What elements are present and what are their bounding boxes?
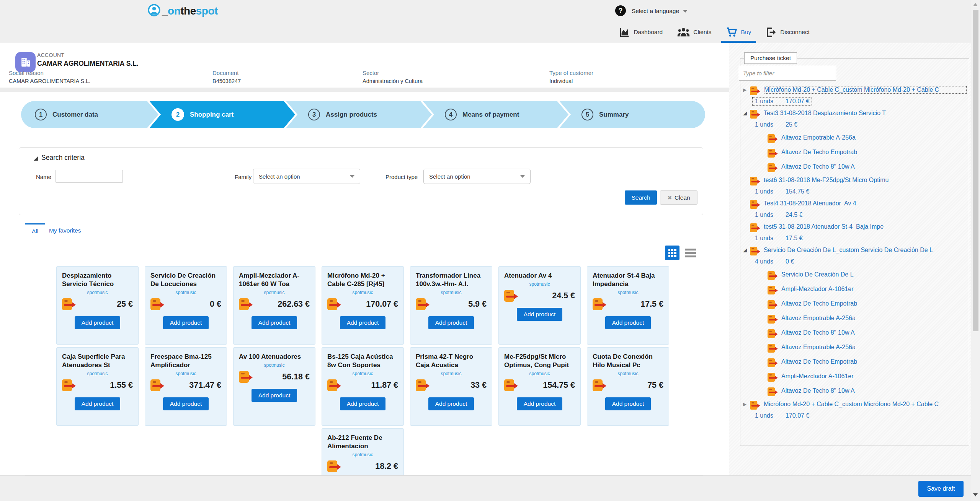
product-card: Prisma 42-T Negro Caja Acustica spotmusi… bbox=[410, 347, 492, 426]
scroll-up-arrow-icon[interactable] bbox=[973, 3, 978, 6]
product-title: Cuota De Conexión Hilo Musical Pc bbox=[593, 353, 663, 369]
ticket-tree-item[interactable]: Altavoz De Techo Empotrab bbox=[743, 355, 967, 369]
ticket-tree-entry: Ampli-Mezclador A-1061er bbox=[743, 369, 967, 384]
language-selector[interactable]: Select a language bbox=[632, 8, 688, 15]
ticket-item-label: Altavoz De Techo Empotrab bbox=[781, 358, 967, 365]
search-criteria-title: Search criteria bbox=[41, 154, 85, 162]
add-product-button[interactable]: Add product bbox=[517, 308, 563, 321]
add-product-button[interactable]: Add product bbox=[252, 316, 297, 329]
ticket-tree-item[interactable]: ▶ Micrófono Md-20 + Cable C_custom Micró… bbox=[743, 84, 967, 96]
grid-view-button[interactable] bbox=[665, 246, 679, 260]
product-title: Atenuador St-4 Baja Impedancia bbox=[593, 272, 663, 288]
ticket-tree-item[interactable]: Altavoz De Techo 8'' 10w A bbox=[743, 384, 967, 398]
ticket-item-label: Altavoz Empotrable A-256a bbox=[781, 315, 967, 322]
nav-item-dashboard[interactable]: Dashboard bbox=[614, 21, 668, 43]
ticket-tree-item[interactable]: ▶ Micrófono Md-20 + Cable C_custom Micró… bbox=[743, 398, 967, 410]
ticket-tree-item[interactable]: ◢ Servicio De Creación De L_custom Servi… bbox=[743, 244, 967, 256]
add-product-button[interactable]: Add product bbox=[340, 316, 386, 329]
field-document: Document B45038247 bbox=[212, 70, 241, 84]
add-product-button[interactable]: Add product bbox=[428, 316, 474, 329]
caret-icon[interactable]: ◢ bbox=[743, 247, 750, 252]
ticket-item-qty: 1 unds bbox=[755, 211, 773, 218]
nav-item-buy[interactable]: Buy bbox=[721, 21, 756, 43]
nav-item-disconnect[interactable]: Disconnect bbox=[761, 21, 815, 43]
field-type-of-customer: Type of customer Individual bbox=[549, 70, 593, 84]
search-button[interactable]: Search bbox=[625, 190, 657, 205]
ticket-item-icon bbox=[750, 246, 758, 254]
product-title: Servicio De Creación De Locuciones bbox=[150, 272, 221, 288]
ticket-tree-item[interactable]: Altavoz De Techo 8'' 10w A bbox=[743, 159, 967, 174]
ticket-tree-item[interactable]: Altavoz De Techo Empotrab bbox=[743, 296, 967, 311]
add-product-button[interactable]: Add product bbox=[75, 316, 121, 329]
product-brand: spotmusic bbox=[327, 452, 398, 457]
scrollbar-thumb[interactable] bbox=[973, 10, 978, 331]
ticket-item-label: Servicio De Creación De L bbox=[781, 271, 967, 278]
step-assign-products[interactable]: 3 Assign products bbox=[286, 101, 432, 128]
ticket-tree-item[interactable]: Ampli-Mezclador A-1061er bbox=[743, 282, 967, 296]
ticket-tree-item[interactable]: Altavoz De Techo Empotrab bbox=[743, 145, 967, 159]
name-input[interactable] bbox=[56, 170, 123, 183]
main-nav: Dashboard Clients bbox=[614, 21, 815, 43]
add-product-button[interactable]: Add product bbox=[252, 389, 297, 402]
help-icon[interactable]: ? bbox=[615, 5, 626, 16]
add-product-button[interactable]: Add product bbox=[517, 397, 563, 410]
caret-icon[interactable]: ▶ bbox=[743, 402, 750, 407]
ticket-tree-item[interactable]: Test4 31-08-2018 Atenuador Av 4 bbox=[743, 197, 967, 209]
add-product-button[interactable]: Add product bbox=[605, 316, 651, 329]
ticket-item-qty-box: 4 unds 0 € bbox=[752, 257, 797, 266]
ticket-item-qty: 1 unds bbox=[755, 121, 773, 128]
step-shopping-cart[interactable]: 2 Shopping cart bbox=[149, 101, 295, 128]
ticket-tree-item[interactable]: test5 31-08-2018 Atenuador St-4 Baja Imp… bbox=[743, 221, 967, 233]
ticket-item-label: Servicio De Creación De L_custom Servici… bbox=[764, 247, 967, 254]
tab-my-favorites[interactable]: My favorites bbox=[49, 223, 81, 238]
page-scrollbar[interactable] bbox=[971, 0, 980, 501]
ticket-tree-item[interactable]: test6 31-08-2018 Me-F25dpg/St Micro Opti… bbox=[743, 174, 967, 186]
save-draft-button[interactable]: Save draft bbox=[918, 481, 964, 497]
product-type-select[interactable]: Select an option bbox=[423, 169, 531, 184]
ticket-tree-entry: ◢ Servicio De Creación De L_custom Servi… bbox=[743, 244, 967, 267]
add-product-button[interactable]: Add product bbox=[163, 397, 209, 410]
search-criteria-header[interactable]: Search criteria bbox=[34, 154, 85, 162]
step-number: 1 bbox=[35, 109, 47, 120]
ticket-tree-item[interactable]: Altavoz Empotrable A-256a bbox=[743, 340, 967, 355]
ticket-item-label: Ampli-Mezclador A-1061er bbox=[781, 286, 967, 293]
ticket-tree-item[interactable]: Altavoz Empotrable A-256a bbox=[743, 130, 967, 145]
top-header: _onthespot ? Select a language Dashboard bbox=[0, 0, 980, 43]
ticket-filter-input[interactable] bbox=[739, 66, 836, 81]
product-title: Micrófono Md-20 + Cable C-285 [Rj45] bbox=[327, 272, 398, 288]
footer-bar: Save draft bbox=[0, 475, 980, 501]
product-brand: spotmusic bbox=[327, 371, 398, 376]
nav-item-clients[interactable]: Clients bbox=[672, 21, 716, 43]
add-product-button[interactable]: Add product bbox=[75, 397, 121, 410]
collapse-triangle-icon bbox=[34, 156, 38, 161]
ticket-tree-item[interactable]: Altavoz Empotrable A-256a bbox=[743, 311, 967, 325]
tab-all[interactable]: All bbox=[25, 223, 45, 238]
product-card: Av 100 Atenuadores spotmusic 56.18 € Add… bbox=[233, 347, 315, 426]
product-brand: spotmusic bbox=[593, 290, 663, 295]
caret-icon[interactable]: ◢ bbox=[743, 111, 750, 115]
ticket-item-label: Micrófono Md-20 + Cable C_custom Micrófo… bbox=[764, 401, 967, 408]
ticket-item-label: Micrófono Md-20 + Cable C_custom Micrófo… bbox=[764, 86, 967, 94]
product-card: Ampli-Mezclador A-1061er 60 W Toa spotmu… bbox=[233, 266, 315, 345]
step-means-of-payment[interactable]: 4 Means of payment bbox=[423, 101, 568, 128]
caret-icon[interactable]: ▶ bbox=[743, 88, 750, 92]
ticket-item-price: 17.5 € bbox=[786, 235, 802, 242]
ticket-tree-item[interactable]: Servicio De Creación De L bbox=[743, 267, 967, 282]
product-title: Ampli-Mezclador A-1061er 60 W Toa bbox=[239, 272, 310, 288]
step-summary[interactable]: 5 Summary bbox=[559, 101, 705, 128]
ticket-item-label: Altavoz De Techo 8'' 10w A bbox=[781, 387, 967, 394]
step-customer-data[interactable]: 1 Customer data bbox=[21, 101, 158, 128]
family-select[interactable]: Select an option bbox=[253, 169, 360, 184]
add-product-button[interactable]: Add product bbox=[340, 397, 386, 410]
scroll-down-arrow-icon[interactable] bbox=[973, 493, 978, 496]
clean-button[interactable]: ✖Clean bbox=[660, 190, 697, 205]
ticket-tree-entry: test5 31-08-2018 Atenuador St-4 Baja Imp… bbox=[743, 221, 967, 244]
ticket-tree-item[interactable]: Ampli-Mezclador A-1061er bbox=[743, 369, 967, 384]
ticket-tree-item[interactable]: ◢ Test3 31-08-2018 Desplazamiento Servic… bbox=[743, 107, 967, 119]
ticket-tree-item[interactable]: Altavoz De Techo 8'' 10w A bbox=[743, 325, 967, 340]
add-product-button[interactable]: Add product bbox=[605, 397, 651, 410]
add-product-button[interactable]: Add product bbox=[428, 397, 474, 410]
add-product-button[interactable]: Add product bbox=[163, 316, 209, 329]
product-price: 11.87 € bbox=[371, 381, 398, 390]
list-view-button[interactable] bbox=[685, 249, 696, 257]
